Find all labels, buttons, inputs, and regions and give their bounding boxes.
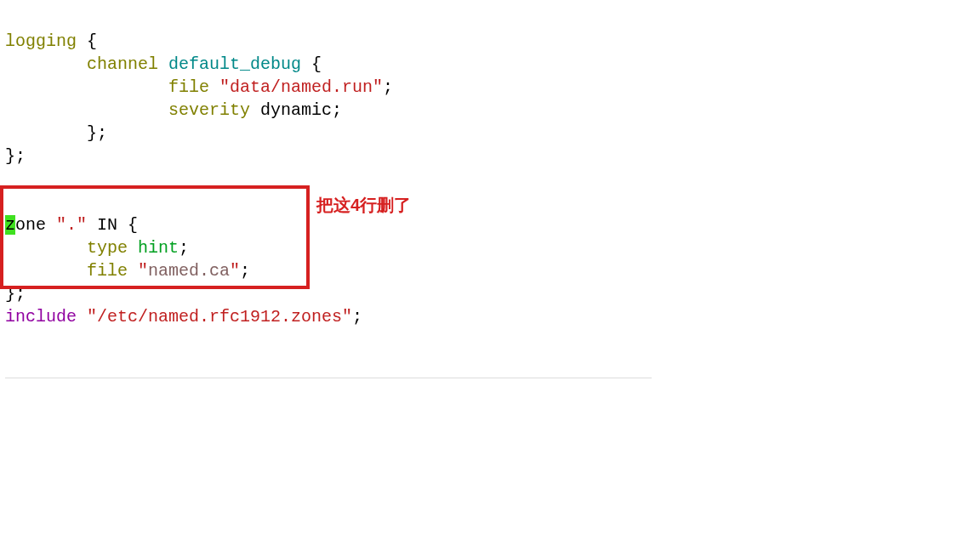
str-data-named-run: "data/named.run" — [219, 77, 383, 97]
code-block: logging { channel default_debug { file "… — [0, 0, 980, 335]
kw-severity: severity — [168, 100, 250, 120]
annotation-delete-4-lines: 把这4行删了 — [316, 194, 411, 217]
str-named-ca: named.ca — [148, 261, 230, 281]
divider-line — [5, 378, 652, 378]
kw-include: include — [5, 307, 77, 327]
kw-channel: channel — [87, 54, 158, 74]
val-hint: hint — [138, 238, 179, 258]
str-include-path: "/etc/named.rfc1912.zones" — [87, 307, 352, 327]
cursor: z — [5, 215, 15, 235]
kw-logging: logging — [5, 31, 77, 51]
kw-file: file — [168, 77, 209, 97]
ident-default-debug: default_debug — [168, 54, 301, 74]
kw-type: type — [87, 238, 128, 258]
